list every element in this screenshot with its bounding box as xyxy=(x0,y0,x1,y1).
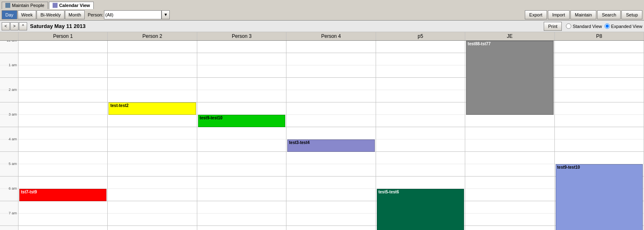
grid-slot-col4-3 xyxy=(376,78,465,90)
standard-view-radio[interactable] xyxy=(566,23,571,29)
grid-slot-col2-2 xyxy=(197,65,286,78)
col-header-p8: P8 xyxy=(555,32,644,40)
grid-slot-col0-0 xyxy=(18,41,107,53)
grid-slot-col1-8 xyxy=(108,139,196,152)
person-label: Person: xyxy=(88,12,103,17)
calendar-icon xyxy=(53,3,58,8)
view-day-button[interactable]: Day xyxy=(2,10,17,19)
people-icon xyxy=(5,3,10,8)
person-col-0: tst7-tst9 xyxy=(18,41,108,230)
next-button[interactable]: > xyxy=(10,22,18,30)
view-biweekly-button[interactable]: Bi-Weekly xyxy=(37,10,64,19)
event-ev4[interactable]: tst7-tst9 xyxy=(19,189,106,201)
event-ev3[interactable]: test3-test4 xyxy=(287,139,374,152)
event-ev6[interactable]: test88-tst77 xyxy=(466,41,553,115)
search-button[interactable]: Search xyxy=(597,10,621,19)
grid-slot-col3-6 xyxy=(286,115,375,127)
expanded-view-radio[interactable] xyxy=(605,23,610,29)
view-week-button[interactable]: Week xyxy=(18,10,37,19)
time-slot-12: 6 am xyxy=(0,189,18,201)
col-header-je: JE xyxy=(465,32,554,40)
grid-slot-col3-5 xyxy=(286,102,375,115)
time-label-8: 4 am xyxy=(9,137,17,141)
grid-slot-col1-10 xyxy=(108,164,196,177)
toolbar: Day Week Bi-Weekly Month Person: ▼ Expor… xyxy=(0,9,644,21)
grid-slot-col0-4 xyxy=(18,90,107,102)
grid-slot-col1-9 xyxy=(108,152,196,164)
grid-slot-col6-6 xyxy=(555,115,644,127)
col-header-person1: Person 1 xyxy=(18,32,108,40)
grid-slot-col0-7 xyxy=(18,127,107,139)
event-ev5[interactable]: test5-test6 xyxy=(377,189,464,230)
grid-slot-col2-15 xyxy=(197,226,286,230)
grid-slot-col2-10 xyxy=(197,164,286,177)
expanded-view-label[interactable]: Expanded View xyxy=(605,23,642,29)
grid-slot-col5-8 xyxy=(465,139,554,152)
grid-slot-col2-7 xyxy=(197,127,286,139)
grid-slot-col1-11 xyxy=(108,177,196,189)
grid-slot-col1-14 xyxy=(108,214,196,226)
date-title: Saturday May 11 2013 xyxy=(30,23,85,29)
print-button[interactable]: Print xyxy=(544,22,562,31)
prev-button[interactable]: < xyxy=(2,22,10,30)
grid-slot-col4-4 xyxy=(376,90,465,102)
grid-slot-col6-9 xyxy=(555,152,644,164)
grid-slot-col5-11 xyxy=(465,177,554,189)
tab-maintain-people[interactable]: Maintain People xyxy=(2,2,48,9)
view-month-button[interactable]: Month xyxy=(65,10,85,19)
grid-slot-col0-14 xyxy=(18,214,107,226)
export-button[interactable]: Export xyxy=(525,10,547,19)
grid-slot-col2-9 xyxy=(197,152,286,164)
grid-slot-col2-8 xyxy=(197,139,286,152)
grid-slot-col0-3 xyxy=(18,78,107,90)
col-header-person2: Person 2 xyxy=(108,32,197,40)
grid-slot-col0-1 xyxy=(18,53,107,65)
person-dropdown-button[interactable]: ▼ xyxy=(162,10,170,19)
standard-view-label[interactable]: Standard View xyxy=(566,23,602,29)
grid-slot-col5-13 xyxy=(465,201,554,214)
grid-slot-col1-4 xyxy=(108,90,196,102)
grid-slot-col3-9 xyxy=(286,152,375,164)
grid-slot-col2-4 xyxy=(197,90,286,102)
grid-slot-col3-10 xyxy=(286,164,375,177)
event-ev1[interactable]: test-test2 xyxy=(108,102,196,115)
time-label-6: 3 am xyxy=(9,112,17,116)
grid-slot-col3-1 xyxy=(286,53,375,65)
grid-slot-col2-0 xyxy=(197,41,286,53)
grid-slot-col0-8 xyxy=(18,139,107,152)
grid-slot-col4-8 xyxy=(376,139,465,152)
grid-slot-col3-15 xyxy=(286,226,375,230)
time-slot-4: 2 am xyxy=(0,90,18,102)
grid-slot-col1-13 xyxy=(108,201,196,214)
grid-slot-col2-13 xyxy=(197,201,286,214)
grid-slot-col3-11 xyxy=(286,177,375,189)
col-header-person4: Person 4 xyxy=(286,32,376,40)
grid-slot-col3-2 xyxy=(286,65,375,78)
person-col-5: test88-tst77 xyxy=(465,41,554,230)
grid-slot-col4-2 xyxy=(376,65,465,78)
grid-slot-col2-3 xyxy=(197,78,286,90)
tab-calendar-view-label: Calendar View xyxy=(59,3,90,8)
person-input[interactable] xyxy=(104,10,162,19)
grid-slot-col0-10 xyxy=(18,164,107,177)
grid-slot-col5-12 xyxy=(465,189,554,201)
person-col-3: test3-test4 xyxy=(286,41,376,230)
time-slot-6: 3 am xyxy=(0,115,18,127)
tab-calendar-view[interactable]: Calendar View xyxy=(49,2,94,9)
col-header-p5: p5 xyxy=(376,32,465,40)
up-button[interactable]: ^ xyxy=(19,22,27,30)
maintain-button[interactable]: Maintain xyxy=(570,10,597,19)
grid-slot-col3-3 xyxy=(286,78,375,90)
grid-slot-col2-14 xyxy=(197,214,286,226)
setup-button[interactable]: Setup xyxy=(621,10,642,19)
person-col-4: test5-test6 xyxy=(376,41,465,230)
event-ev2[interactable]: test9-test10 xyxy=(198,115,285,127)
import-button[interactable]: Import xyxy=(548,10,570,19)
date-nav: < > ^ Saturday May 11 2013 Print Standar… xyxy=(0,21,644,32)
grid-slot-col4-5 xyxy=(376,102,465,115)
grid-slot-col1-7 xyxy=(108,127,196,139)
grid-slot-col1-6 xyxy=(108,115,196,127)
grid-slot-col3-4 xyxy=(286,90,375,102)
event-ev7[interactable]: test9-test10 xyxy=(556,164,643,230)
time-label-0: 12 am xyxy=(7,41,17,42)
